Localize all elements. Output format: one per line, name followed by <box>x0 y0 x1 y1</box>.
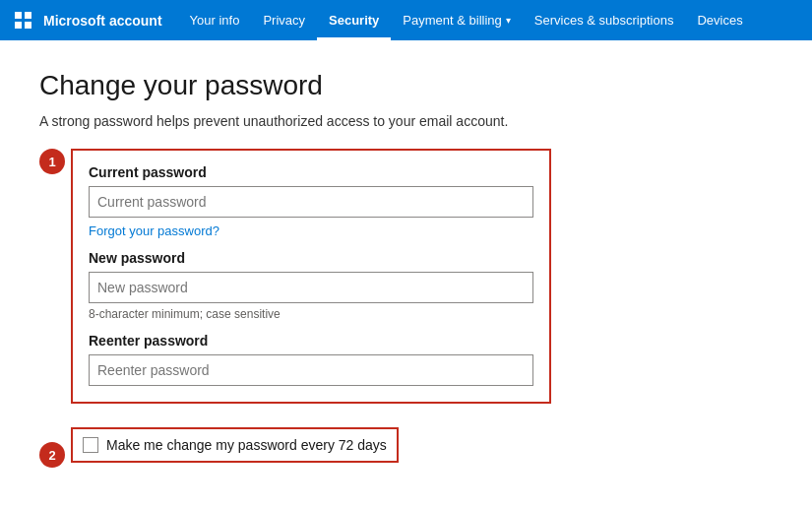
nav-link-security[interactable]: Security <box>317 0 391 40</box>
nav-links: Your info Privacy Security Payment & bil… <box>178 0 755 40</box>
step3-row: 3 Save Cancel <box>39 502 551 509</box>
svg-rect-1 <box>25 12 31 19</box>
nav-brand[interactable]: Microsoft account <box>43 13 162 29</box>
password-form-section: Current password Forgot your password? N… <box>71 149 551 404</box>
reenter-password-row: Reenter password <box>89 333 533 386</box>
checkbox-label: Make me change my password every 72 days <box>106 437 387 453</box>
nav-link-devices[interactable]: Devices <box>685 0 754 40</box>
new-password-row: New password 8-character minimum; case s… <box>89 250 533 321</box>
step1-row: 1 Current password Forgot your password?… <box>39 149 551 417</box>
new-password-input[interactable] <box>89 272 533 303</box>
svg-rect-2 <box>15 22 22 29</box>
page-subtitle: A strong password helps prevent unauthor… <box>39 113 551 129</box>
current-password-input[interactable] <box>89 186 533 218</box>
step2-row: 2 Make me change my password every 72 da… <box>39 427 551 482</box>
svg-rect-3 <box>25 22 31 29</box>
step1-circle: 1 <box>39 149 65 174</box>
reenter-password-label: Reenter password <box>89 333 533 349</box>
reenter-password-input[interactable] <box>89 354 533 386</box>
nav-link-privacy[interactable]: Privacy <box>251 0 317 40</box>
nav-link-services-subscriptions[interactable]: Services & subscriptions <box>523 0 686 40</box>
change-password-checkbox[interactable] <box>83 437 98 453</box>
checkbox-section: Make me change my password every 72 days <box>71 427 399 463</box>
payment-billing-arrow-icon: ▾ <box>506 15 511 26</box>
forgot-password-link[interactable]: Forgot your password? <box>89 223 219 238</box>
new-password-label: New password <box>89 250 533 266</box>
app-grid-icon[interactable] <box>8 5 39 36</box>
main-content: Change your password A strong password h… <box>0 40 591 509</box>
new-password-hint: 8-character minimum; case sensitive <box>89 307 533 321</box>
page-title: Change your password <box>39 70 551 101</box>
step2-circle: 2 <box>39 442 65 468</box>
current-password-row: Current password Forgot your password? <box>89 164 533 238</box>
svg-rect-0 <box>15 12 22 19</box>
nav-link-your-info[interactable]: Your info <box>178 0 252 40</box>
current-password-label: Current password <box>89 164 533 180</box>
nav-bar: Microsoft account Your info Privacy Secu… <box>0 0 812 40</box>
nav-link-payment-billing[interactable]: Payment & billing ▾ <box>391 0 522 40</box>
